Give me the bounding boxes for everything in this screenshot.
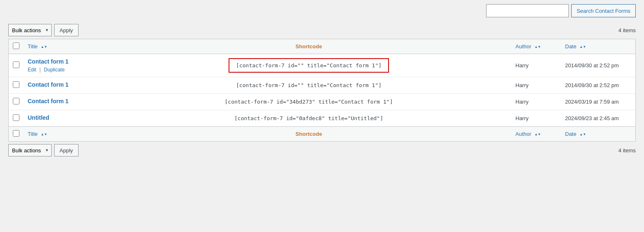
table-header: Title ▲▼ Shortcode Author ▲▼ Date ▲▼ <box>9 39 635 54</box>
row-4-author: Harry <box>511 110 561 127</box>
table-body: Contact form 1 Edit | Duplicate [contact… <box>9 54 635 127</box>
row-1-actions: Edit | Duplicate <box>28 66 102 73</box>
footer-author[interactable]: Author ▲▼ <box>511 127 561 142</box>
bottom-bulk-actions-wrapper: Bulk actions Delete <box>8 144 52 156</box>
row-2-title-link[interactable]: Contact form 1 <box>28 81 69 88</box>
row-1-date: 2014/09/30 at 2:52 pm <box>561 54 635 77</box>
header-title[interactable]: Title ▲▼ <box>24 39 106 54</box>
row-1-edit-link[interactable]: Edit <box>28 67 36 73</box>
row-1-shortcode-highlighted[interactable]: [contact-form-7 id="" title="Contact for… <box>229 58 389 73</box>
bottom-bulk-actions-select[interactable]: Bulk actions Delete <box>8 144 52 156</box>
top-bulk-left: Bulk actions Delete Apply <box>8 24 79 36</box>
bulk-actions-wrapper: Bulk actions Delete <box>8 24 52 36</box>
header-author[interactable]: Author ▲▼ <box>511 39 561 54</box>
row-3-shortcode[interactable]: [contact-form-7 id="34bd273" title="Cont… <box>225 99 393 105</box>
search-contact-forms-button[interactable]: Search Contact Forms <box>571 4 636 17</box>
top-bar: Search Contact Forms <box>8 4 636 17</box>
title-sort-icon[interactable]: ▲▼ <box>41 45 48 49</box>
bottom-bulk-left: Bulk actions Delete Apply <box>8 144 79 156</box>
row-4-date: 2024/09/23 at 2:45 am <box>561 110 635 127</box>
footer-cb <box>9 127 24 142</box>
header-date[interactable]: Date ▲▼ <box>561 39 635 54</box>
row-1-duplicate-link[interactable]: Duplicate <box>44 67 64 73</box>
row-3-date: 2024/03/19 at 7:59 am <box>561 94 635 110</box>
page-wrapper: Search Contact Forms Bulk actions Delete… <box>0 0 644 163</box>
top-bulk-bar: Bulk actions Delete Apply 4 items <box>8 21 636 39</box>
table-row: Contact form 1 [contact-form-7 id="34bd2… <box>9 94 635 110</box>
row-2-title-cell: Contact form 1 <box>24 77 106 94</box>
footer-date-sort-icon[interactable]: ▲▼ <box>580 133 586 136</box>
row-3-cb <box>9 94 24 110</box>
row-2-author: Harry <box>511 77 561 94</box>
row-1-shortcode-cell: [contact-form-7 id="" title="Contact for… <box>106 54 511 77</box>
table-row: Contact form 1 [contact-form-7 id="" tit… <box>9 77 635 94</box>
search-input[interactable] <box>486 4 569 17</box>
select-all-checkbox[interactable] <box>13 43 19 49</box>
row-2-shortcode[interactable]: [contact-form-7 id="" title="Contact for… <box>236 82 382 88</box>
row-3-checkbox[interactable] <box>13 98 19 104</box>
row-1-sep: | <box>39 66 41 73</box>
header-cb <box>9 39 24 54</box>
row-1-title-link[interactable]: Contact form 1 <box>28 58 69 65</box>
footer-shortcode: Shortcode <box>106 127 511 142</box>
table-row: Contact form 1 Edit | Duplicate [contact… <box>9 54 635 77</box>
row-1-cb <box>9 54 24 77</box>
row-2-shortcode-cell: [contact-form-7 id="" title="Contact for… <box>106 77 511 94</box>
bulk-actions-select[interactable]: Bulk actions Delete <box>8 24 52 36</box>
bottom-bulk-bar: Bulk actions Delete Apply 4 items <box>8 142 636 159</box>
top-apply-button[interactable]: Apply <box>54 24 79 36</box>
row-1-author: Harry <box>511 54 561 77</box>
contact-forms-table: Title ▲▼ Shortcode Author ▲▼ Date ▲▼ <box>8 39 636 142</box>
row-3-title-link[interactable]: Contact form 1 <box>28 98 69 104</box>
footer-date[interactable]: Date ▲▼ <box>561 127 635 142</box>
top-items-count: 4 items <box>618 27 636 33</box>
table-footer: Title ▲▼ Shortcode Author ▲▼ Date ▲▼ <box>9 127 635 142</box>
footer-select-all-checkbox[interactable] <box>13 130 19 137</box>
row-3-author: Harry <box>511 94 561 110</box>
author-sort-icon[interactable]: ▲▼ <box>534 45 541 49</box>
row-2-checkbox[interactable] <box>13 81 19 88</box>
header-shortcode: Shortcode <box>106 39 511 54</box>
row-4-shortcode[interactable]: [contact-form-7 id="0afdec8" title="Unti… <box>234 115 383 121</box>
row-4-title-cell: Untitled <box>24 110 106 127</box>
footer-title[interactable]: Title ▲▼ <box>24 127 106 142</box>
footer-title-sort-icon[interactable]: ▲▼ <box>41 133 48 136</box>
row-4-cb <box>9 110 24 127</box>
bottom-apply-button[interactable]: Apply <box>54 144 79 156</box>
date-sort-icon[interactable]: ▲▼ <box>580 45 586 49</box>
row-4-shortcode-cell: [contact-form-7 id="0afdec8" title="Unti… <box>106 110 511 127</box>
table-row: Untitled [contact-form-7 id="0afdec8" ti… <box>9 110 635 127</box>
row-4-checkbox[interactable] <box>13 114 19 121</box>
row-4-title-link[interactable]: Untitled <box>28 114 49 121</box>
row-3-shortcode-cell: [contact-form-7 id="34bd273" title="Cont… <box>106 94 511 110</box>
row-2-cb <box>9 77 24 94</box>
bottom-items-count: 4 items <box>618 147 636 154</box>
row-3-title-cell: Contact form 1 <box>24 94 106 110</box>
row-2-date: 2014/09/30 at 2:52 pm <box>561 77 635 94</box>
row-1-title-cell: Contact form 1 Edit | Duplicate <box>24 54 106 77</box>
footer-author-sort-icon[interactable]: ▲▼ <box>534 133 541 136</box>
row-1-checkbox[interactable] <box>13 62 19 68</box>
